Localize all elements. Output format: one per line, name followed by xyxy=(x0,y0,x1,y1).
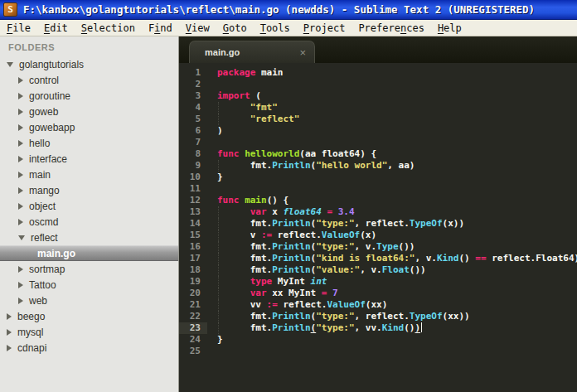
code-line[interactable]: 13 var x float64 = 3.4 xyxy=(179,206,577,218)
code-line[interactable]: 3 import ( xyxy=(179,90,577,102)
tree-arrow-icon[interactable] xyxy=(18,282,23,288)
tree-item[interactable]: oscmd xyxy=(0,214,178,230)
tab-close-icon[interactable]: × xyxy=(299,47,306,58)
code-line[interactable]: 2 xyxy=(179,79,577,90)
tree-arrow-icon[interactable] xyxy=(7,329,12,336)
tree-arrow-icon[interactable] xyxy=(18,156,23,162)
code-token: 7 xyxy=(332,288,338,298)
tree-item[interactable]: gowebapp xyxy=(0,119,178,135)
menu-item[interactable]: Selection xyxy=(75,22,142,34)
tree-arrow-icon[interactable] xyxy=(18,235,25,240)
tree-arrow-icon[interactable] xyxy=(7,313,12,320)
tree-arrow-icon[interactable] xyxy=(7,62,13,67)
line-number: 13 xyxy=(179,206,207,218)
tree-item[interactable]: Tattoo xyxy=(0,277,178,293)
menu-item-label: Prefere xyxy=(358,22,400,34)
code-line[interactable]: 6 ) xyxy=(179,125,577,137)
code-line-text: fmt.Println("type:", reflect.TypeOf(x)) xyxy=(217,218,464,230)
code-line[interactable]: 17 fmt.Println("kind is float64:", v.Kin… xyxy=(179,253,577,264)
tree-arrow-icon[interactable] xyxy=(18,93,23,99)
code-line[interactable]: 7 xyxy=(179,137,577,148)
menu-item[interactable]: Goto xyxy=(216,22,254,34)
tree-item[interactable]: object xyxy=(0,198,178,214)
code-token: helloworld xyxy=(245,148,299,159)
tree-item[interactable]: web xyxy=(0,293,178,308)
menu-item[interactable]: Edit xyxy=(37,22,75,34)
tree-arrow-icon[interactable] xyxy=(18,77,23,84)
tree-item[interactable]: mango xyxy=(0,182,178,198)
tree-item[interactable]: golangtutorials xyxy=(0,56,178,72)
tree-item[interactable]: interface xyxy=(0,151,178,167)
menu-item[interactable]: View xyxy=(179,22,216,34)
tree-arrow-icon[interactable] xyxy=(18,298,23,304)
code-line[interactable]: 8 func helloworld(aa float64) { xyxy=(179,148,577,160)
code-line[interactable]: 11 xyxy=(179,183,577,195)
code-line[interactable]: 23 fmt.Println("type:", vv.Kind()) xyxy=(179,322,577,334)
code-line[interactable]: 18 fmt.Println("value:", v.Float()) xyxy=(179,264,577,276)
tree-arrow-icon[interactable] xyxy=(18,109,23,115)
tree-item[interactable]: control xyxy=(0,72,178,88)
code-line[interactable]: 21 vv := reflect.ValueOf(xx) xyxy=(179,299,577,311)
tree-item[interactable]: mysql xyxy=(0,324,178,340)
line-number: 15 xyxy=(179,230,207,241)
menu-item-mnemonic: S xyxy=(81,22,87,34)
line-number: 22 xyxy=(179,311,207,322)
code-line[interactable]: 25 xyxy=(179,346,577,357)
code-area[interactable]: 1 package main 2 3 import ( 4 xyxy=(179,63,577,392)
code-line[interactable]: 9 fmt.Println("hello world", aa) xyxy=(179,160,577,172)
code-line[interactable]: 22 fmt.Println("type:", reflect.TypeOf(x… xyxy=(179,311,577,322)
tree-item[interactable]: beego xyxy=(0,308,178,324)
code-token: main xyxy=(255,67,283,78)
code-token: Float xyxy=(382,264,410,275)
code-token: "value:" xyxy=(316,264,360,275)
code-line[interactable]: 15 v := reflect.ValueOf(x) xyxy=(179,230,577,241)
code-line[interactable]: 24 } xyxy=(179,334,577,346)
tree-item-label: beego xyxy=(17,311,45,322)
line-number: 20 xyxy=(179,288,207,299)
code-token: int xyxy=(311,276,327,287)
tree-item[interactable]: cdnapi xyxy=(0,340,178,356)
menu-item[interactable]: Project xyxy=(297,22,352,34)
menu-item[interactable]: Preferences xyxy=(352,22,431,34)
tree-item[interactable]: sortmap xyxy=(0,261,178,277)
menu-item[interactable]: Help xyxy=(431,22,468,34)
tree-item[interactable]: main xyxy=(0,167,178,182)
tree-arrow-icon[interactable] xyxy=(7,345,12,351)
tab-main-go[interactable]: main.go × xyxy=(189,41,315,63)
tree-item[interactable]: reflect xyxy=(0,230,178,245)
code-line[interactable]: 16 fmt.Println("type:", v.Type()) xyxy=(179,241,577,253)
code-token: (xx) xyxy=(366,299,388,310)
sublime-app-icon: S xyxy=(3,2,17,17)
tree-arrow-icon[interactable] xyxy=(18,187,23,194)
code-line-text: var x float64 = 3.4 xyxy=(217,206,355,218)
code-line[interactable]: 14 fmt.Println("type:", reflect.TypeOf(x… xyxy=(179,218,577,230)
code-token: "fmt" xyxy=(250,102,278,113)
menu-item[interactable]: File xyxy=(0,22,37,34)
menu-item[interactable]: Tools xyxy=(254,22,297,34)
code-line[interactable]: 4 "fmt" xyxy=(179,102,577,114)
tree-item[interactable]: main.go xyxy=(0,245,178,261)
tree-arrow-icon[interactable] xyxy=(18,203,23,210)
tree-arrow-icon[interactable] xyxy=(18,140,23,147)
menu-item[interactable]: Find xyxy=(142,22,179,34)
code-token: xx MyInt xyxy=(267,288,322,298)
code-token: ) xyxy=(217,125,223,136)
code-token: fmt. xyxy=(217,160,272,171)
menu-item-label: roject xyxy=(309,22,345,34)
sublime-window: S F:\kanbox\golangtutorials\reflect\main… xyxy=(0,0,577,392)
code-line[interactable]: 20 var xx MyInt = 7 xyxy=(179,288,577,299)
tree-item[interactable]: goroutine xyxy=(0,88,178,104)
code-line[interactable]: 12 func main() { xyxy=(179,195,577,206)
tree-item[interactable]: goweb xyxy=(0,104,178,119)
code-line[interactable]: 10 } xyxy=(179,172,577,183)
tree-arrow-icon[interactable] xyxy=(18,124,23,131)
code-line[interactable]: 5 "reflect" xyxy=(179,114,577,125)
code-token: ) xyxy=(415,322,420,333)
code-token: ( xyxy=(250,90,261,101)
tree-arrow-icon[interactable] xyxy=(18,219,23,225)
code-line[interactable]: 1 package main xyxy=(179,67,577,79)
tree-arrow-icon[interactable] xyxy=(18,266,23,273)
tree-item[interactable]: hello xyxy=(0,135,178,151)
tree-arrow-icon[interactable] xyxy=(18,172,23,178)
code-line[interactable]: 19 type MyInt int xyxy=(179,276,577,288)
